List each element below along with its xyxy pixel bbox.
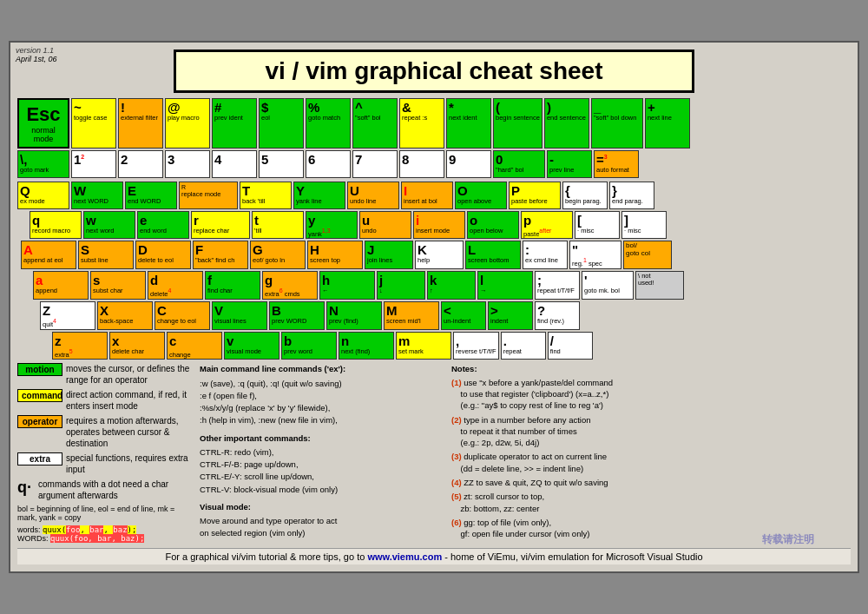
key-g[interactable]: gextra6 cmds <box>262 271 318 300</box>
key-quote[interactable]: 'goto mk. bol <box>582 271 634 300</box>
key-Z-upper[interactable]: Zquit4 <box>40 301 95 330</box>
key-percent[interactable]: %goto match <box>306 98 351 149</box>
key-N-upper[interactable]: Nprev (find) <box>326 301 382 330</box>
key-minus[interactable]: -prev line <box>547 150 592 178</box>
key-rbrace[interactable]: }end parag. <box>609 182 654 209</box>
note-4: (4) ZZ to save & quit, ZQ to quit w/o sa… <box>451 477 851 488</box>
key-question[interactable]: ?find (rev.) <box>535 301 580 330</box>
key-E-upper[interactable]: Eend WORD <box>125 182 177 209</box>
key-L-upper[interactable]: Lscreen bottom <box>465 241 521 269</box>
key-k[interactable]: k↑ <box>427 271 476 300</box>
key-v[interactable]: vvisual mode <box>224 332 279 360</box>
key-4[interactable]: 4 <box>212 150 257 178</box>
bol-eol-text: bol = beginning of line, eol = end of li… <box>17 505 191 522</box>
key-lbracket[interactable]: [· misc <box>575 211 620 240</box>
key-tilde[interactable]: ~toggle case <box>71 98 116 149</box>
key-C-upper[interactable]: Cchange to eol <box>155 301 210 330</box>
key-I-upper[interactable]: Iinsert at bol <box>401 182 453 209</box>
key-lparen[interactable]: (begin sentence <box>493 98 542 149</box>
key-o[interactable]: oopen below <box>467 211 519 240</box>
key-P-upper[interactable]: Ppaste before <box>509 182 561 209</box>
key-Y-upper[interactable]: Yyank line <box>293 182 345 209</box>
key-5[interactable]: 5 <box>259 150 304 178</box>
key-D-upper[interactable]: Ddelete to eol <box>135 241 191 269</box>
key-d[interactable]: ddelete4 <box>148 271 203 300</box>
key-m[interactable]: mset mark <box>396 332 451 360</box>
key-equals[interactable]: =3auto format <box>594 150 639 178</box>
key-2[interactable]: 2 <box>118 150 163 178</box>
key-O-upper[interactable]: Oopen above <box>455 182 507 209</box>
key-semicolon[interactable]: ;repeat t/T/f/F <box>535 271 580 300</box>
key-gt[interactable]: >indent <box>488 301 533 330</box>
key-j[interactable]: j↓ <box>377 271 425 300</box>
key-rbracket[interactable]: ]· misc <box>621 211 667 240</box>
key-l[interactable]: l→ <box>477 271 533 300</box>
key-T-upper[interactable]: Tback 'till <box>240 182 292 209</box>
key-0[interactable]: 0"hard" bol <box>493 150 545 178</box>
key-U-upper[interactable]: Uundo line <box>347 182 399 209</box>
key-z[interactable]: zextra5 <box>52 332 108 360</box>
key-f[interactable]: ffind char <box>205 271 260 300</box>
key-dquote[interactable]: "reg.1 spec <box>569 241 621 269</box>
key-M-upper[interactable]: Mscreen mid'l <box>384 301 439 330</box>
footer: For a graphical vi/vim tutorial & more t… <box>17 548 851 564</box>
key-7[interactable]: 7 <box>352 150 398 178</box>
key-u[interactable]: uundo <box>359 211 411 240</box>
esc-key[interactable]: Esc normalmode <box>17 98 69 149</box>
key-b[interactable]: bprev word <box>281 332 337 360</box>
key-lbrace[interactable]: {begin parag. <box>562 182 608 209</box>
key-r[interactable]: rreplace char <box>191 211 250 240</box>
key-6[interactable]: 6 <box>306 150 351 178</box>
dot-desc: commands with a dot need a char argument… <box>38 479 191 501</box>
key-dollar[interactable]: $eol <box>259 98 304 149</box>
key-8[interactable]: 8 <box>399 150 444 178</box>
key-S-upper[interactable]: Ssubst line <box>78 241 134 269</box>
key-p[interactable]: ppasteafter <box>521 211 573 240</box>
key-H-upper[interactable]: Hscreen top <box>307 241 363 269</box>
key-3[interactable]: 3 <box>165 150 210 178</box>
key-i[interactable]: iinsert mode <box>413 211 465 240</box>
key-V-upper[interactable]: Vvisual lines <box>212 301 267 330</box>
key-slash[interactable]: /find <box>548 332 593 360</box>
key-at[interactable]: @play macro <box>165 98 210 149</box>
key-comma[interactable]: ,reverse t/T/f/F <box>453 332 499 360</box>
key-t[interactable]: t'till <box>252 211 304 240</box>
key-hash[interactable]: #prev ident <box>212 98 257 149</box>
key-y[interactable]: yyank1,3 <box>306 211 358 240</box>
key-s[interactable]: ssubst char <box>90 271 146 300</box>
key-q[interactable]: qrecord macro <box>30 211 82 240</box>
key-h[interactable]: h← <box>319 271 375 300</box>
key-B-upper[interactable]: Bprev WORD <box>269 301 325 330</box>
key-e[interactable]: eend word <box>137 211 189 240</box>
key-A-upper[interactable]: Aappend at eol <box>21 241 76 269</box>
key-star[interactable]: *next ident <box>446 98 491 149</box>
key-colon[interactable]: :ex cmd line <box>523 241 568 269</box>
key-w[interactable]: wnext word <box>83 211 135 240</box>
key-X-upper[interactable]: Xback-space <box>97 301 153 330</box>
key-backslash-comma[interactable]: \,goto mark <box>17 150 69 178</box>
key-ampersand[interactable]: &repeat :s <box>399 98 444 149</box>
key-c[interactable]: cchange <box>167 332 222 360</box>
key-dot[interactable]: .repeat <box>501 332 546 360</box>
key-caret[interactable]: ^"soft" bol <box>352 98 398 149</box>
key-R-upper[interactable]: Rreplace mode <box>179 182 238 209</box>
key-lt[interactable]: <un-indent <box>441 301 486 330</box>
key-x[interactable]: xdelete char <box>109 332 165 360</box>
key-F-upper[interactable]: F"back" find ch <box>193 241 248 269</box>
note-2: (2) type in a number before any action t… <box>451 414 851 449</box>
key-9[interactable]: 9 <box>446 150 491 178</box>
key-W-upper[interactable]: Wnext WORD <box>71 182 123 209</box>
key-rparen[interactable]: )end sentence <box>544 98 589 149</box>
key-plus[interactable]: +next line <box>645 98 690 149</box>
key-a[interactable]: aappend <box>33 271 89 300</box>
key-underscore[interactable]: _"soft" bol down <box>591 98 643 149</box>
key-exclaim[interactable]: !external filter <box>118 98 163 149</box>
key-Q[interactable]: Qex mode <box>17 182 69 209</box>
key-G-upper[interactable]: Geof/ goto ln <box>250 241 306 269</box>
key-bol-gotocol[interactable]: bol/goto col <box>623 241 672 269</box>
key-n[interactable]: nnext (find) <box>339 332 394 360</box>
key-J-upper[interactable]: Jjoin lines <box>365 241 413 269</box>
key-1[interactable]: 12 <box>71 150 116 178</box>
key-K-upper[interactable]: Khelp <box>415 241 464 269</box>
footer-url[interactable]: www.viemu.com <box>367 551 442 562</box>
